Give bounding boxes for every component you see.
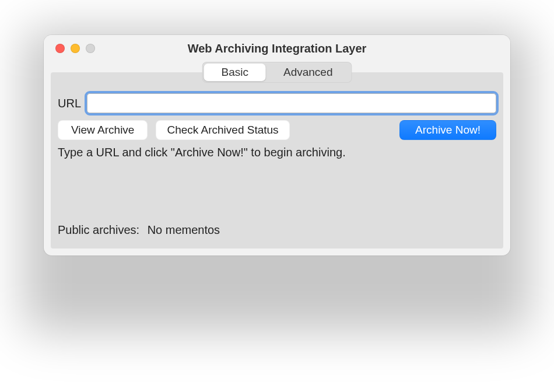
view-archive-button[interactable]: View Archive bbox=[58, 120, 148, 140]
zoom-icon bbox=[86, 44, 95, 53]
titlebar: Web Archiving Integration Layer bbox=[44, 35, 510, 62]
url-label: URL bbox=[58, 97, 81, 110]
hint-text: Type a URL and click "Archive Now!" to b… bbox=[58, 146, 496, 159]
check-status-button[interactable]: Check Archived Status bbox=[156, 120, 289, 140]
minimize-icon[interactable] bbox=[71, 44, 80, 53]
app-window: Web Archiving Integration Layer Basic Ad… bbox=[44, 35, 510, 256]
traffic-lights bbox=[55, 44, 95, 53]
main-panel: Basic Advanced URL View Archive Check Ar… bbox=[51, 72, 503, 249]
url-input[interactable] bbox=[87, 93, 496, 113]
public-archives-value: No mementos bbox=[148, 223, 220, 236]
tab-bar: Basic Advanced bbox=[202, 62, 352, 83]
close-icon[interactable] bbox=[55, 44, 65, 53]
archive-now-button[interactable]: Archive Now! bbox=[399, 120, 496, 140]
tab-advanced[interactable]: Advanced bbox=[266, 64, 350, 81]
tab-basic[interactable]: Basic bbox=[204, 64, 266, 81]
public-archives-row: Public archives: No mementos bbox=[58, 223, 496, 237]
window-title: Web Archiving Integration Layer bbox=[44, 42, 510, 55]
public-archives-label: Public archives: bbox=[58, 223, 139, 236]
